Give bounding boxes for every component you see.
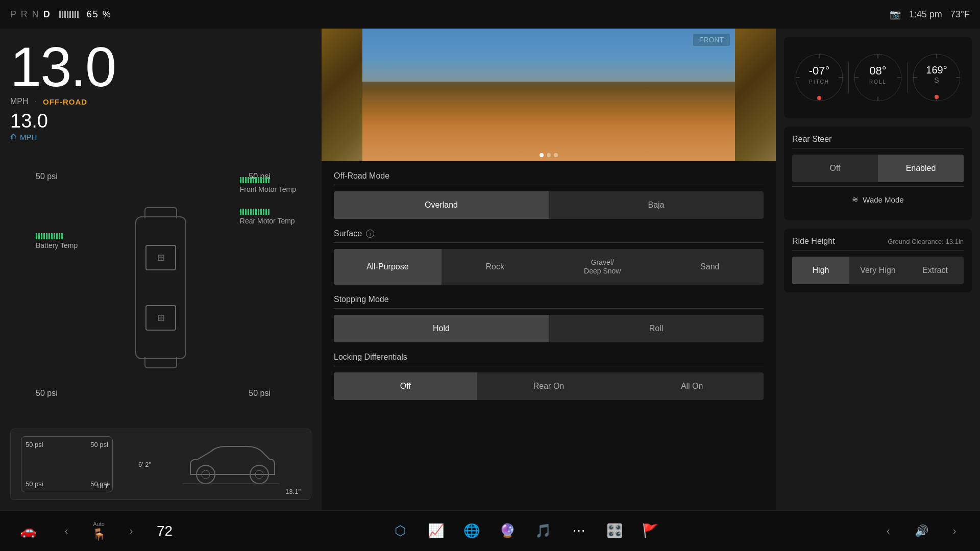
nav-forward-btn[interactable]: › — [121, 521, 141, 541]
top-status-bar: P R N D 65 % 📷 1:45 pm 73°F — [0, 0, 980, 29]
volume-forward-btn[interactable]: › — [944, 521, 965, 541]
surface-allpurpose-btn[interactable]: All-Purpose — [334, 249, 442, 285]
ride-high-btn[interactable]: High — [792, 257, 849, 284]
ride-veryhigh-btn[interactable]: Very High — [849, 257, 906, 284]
vehicle-top-view: 50 psi 50 psi 50 psi 50 psi 13.1" — [21, 436, 113, 492]
bluetooth-btn[interactable]: ⬡ — [387, 518, 413, 544]
diff-allon-btn[interactable]: All On — [620, 372, 764, 400]
surface-info-icon[interactable]: i — [366, 230, 374, 238]
bottom-navigation: 🚗 ‹ Auto 🪑 › 72 ⬡ 📈 🌐 🔮 🎵 ⋯ 🎛️ 🚩 ‹ 🔊 › — [0, 510, 980, 551]
tire-rear-right-psi: 50 psi — [249, 389, 271, 398]
nav-left-section: 🚗 ‹ Auto 🪑 › 72 — [15, 518, 173, 544]
svg-text:169°: 169° — [926, 64, 947, 76]
surface-section: Surface i All-Purpose Rock Gravel/Deep S… — [334, 229, 764, 285]
svg-point-10 — [817, 96, 821, 100]
camera-btn[interactable]: 🔮 — [495, 518, 520, 544]
svg-point-25 — [935, 95, 939, 99]
speed-value: 13.0 — [10, 39, 311, 95]
locking-diff-section: Locking Differentials Off Rear On All On — [334, 353, 764, 400]
cam-dot-3 — [554, 153, 558, 157]
stopping-mode-title: Stopping Mode — [334, 295, 764, 309]
attitude-display: -07° PITCH 08° ROLL — [784, 37, 972, 118]
svg-text:-07°: -07° — [809, 64, 830, 77]
gear-battery-display: P R N D 65 % — [10, 9, 112, 20]
camera-view: FRONT — [322, 29, 776, 161]
wade-mode-icon: ≋ — [852, 195, 859, 204]
offroad-baja-btn[interactable]: Baja — [549, 191, 764, 219]
svg-text:08°: 08° — [869, 64, 886, 77]
roll-display: 08° ROLL — [852, 52, 903, 103]
vehicle-center-diagram: ⊞ ⊞ — [135, 216, 186, 359]
home-nav-btn[interactable]: 🚗 — [15, 518, 41, 544]
rear-steer-section: Rear Steer Off Enabled ≋ Wade Mode — [784, 127, 972, 220]
ride-height-title: Ride Height — [792, 237, 835, 246]
tire-front-left-psi: 50 psi — [36, 172, 58, 181]
offroad-mode-title: Off-Road Mode — [334, 171, 764, 185]
cam-dot-2 — [547, 153, 551, 157]
surface-rock-btn[interactable]: Rock — [442, 249, 549, 285]
drive-mode-badge: OFF-ROAD — [43, 97, 87, 106]
ride-height-header: Ride Height Ground Clearance: 13.1in — [792, 237, 964, 251]
climate-temp-display: 72 — [157, 523, 173, 539]
locking-diff-title: Locking Differentials — [334, 353, 764, 366]
surface-sand-btn[interactable]: Sand — [656, 249, 764, 285]
nav-right-section: ‹ 🔊 › — [878, 518, 965, 544]
camera-front-view: FRONT — [362, 29, 735, 161]
pitch-display: -07° PITCH — [794, 52, 845, 103]
diff-rearon-btn[interactable]: Rear On — [477, 372, 621, 400]
cam-dot-1 — [540, 153, 544, 157]
front-motor-temp: Front Motor Temp — [240, 177, 296, 193]
tire-fl-bottom: 50 psi — [26, 441, 43, 448]
divider-1 — [848, 62, 849, 93]
surface-gravel-btn[interactable]: Gravel/Deep Snow — [549, 249, 656, 285]
browser-btn[interactable]: 🌐 — [459, 518, 484, 544]
offroad-overland-btn[interactable]: Overland — [334, 191, 549, 219]
gear-display: P R N D — [10, 9, 51, 20]
spotify-btn[interactable]: 🎵 — [530, 518, 556, 544]
volume-icon[interactable]: 🔊 — [909, 518, 934, 544]
rear-steer-off-btn[interactable]: Off — [792, 155, 878, 182]
controls-btn[interactable]: 🎛️ — [602, 518, 627, 544]
diff-off-btn[interactable]: Off — [334, 372, 477, 400]
location-btn[interactable]: 🚩 — [638, 518, 663, 544]
stopping-roll-btn[interactable]: Roll — [549, 315, 764, 342]
battery-bars — [59, 11, 79, 18]
ride-extract-btn[interactable]: Extract — [906, 257, 964, 284]
battery-percentage: 65 % — [87, 9, 112, 20]
volume-back-btn[interactable]: ‹ — [878, 521, 898, 541]
speed-display: 13.0 MPH · OFF-ROAD 13.0 ⟰ MPH — [10, 39, 311, 141]
rear-steer-options: Off Enabled — [792, 155, 964, 182]
camera-left-view — [322, 29, 362, 161]
speed-unit: MPH — [10, 97, 29, 106]
offroad-mode-section: Off-Road Mode Overland Baja — [334, 171, 764, 219]
more-btn[interactable]: ⋯ — [566, 518, 592, 544]
camera-right-view — [735, 29, 776, 161]
center-panel: FRONT Off-Road Mode Over — [322, 29, 776, 510]
main-content: 13.0 MPH · OFF-ROAD 13.0 ⟰ MPH 50 psi 50… — [0, 29, 980, 510]
wade-mode-btn[interactable]: ≋ Wade Mode — [792, 186, 964, 212]
nav-back-btn[interactable]: ‹ — [56, 521, 77, 541]
nav-arrow-icon: ⟰ — [10, 132, 17, 141]
height-indicator: 6' 2" — [138, 461, 151, 468]
time-temp-display: 📷 1:45 pm 73°F — [890, 9, 970, 20]
stopping-mode-options: Hold Roll — [334, 315, 764, 342]
controls-area: Off-Road Mode Overland Baja Surface i Al… — [322, 161, 776, 510]
stopping-mode-section: Stopping Mode Hold Roll — [334, 295, 764, 342]
rear-steer-enabled-btn[interactable]: Enabled — [878, 155, 964, 182]
front-motor-icon: ⊞ — [145, 245, 176, 270]
climate-auto-label-wrapper: Auto 🪑 — [92, 521, 106, 541]
stopping-hold-btn[interactable]: Hold — [334, 315, 549, 342]
surface-title: Surface i — [334, 229, 764, 243]
rear-motor-temp: Rear Motor Temp — [240, 209, 296, 225]
svg-point-13 — [854, 54, 901, 101]
energy-btn[interactable]: 📈 — [423, 518, 449, 544]
auto-label: Auto — [92, 521, 106, 527]
vehicle-diagram: 50 psi 50 psi 50 psi 50 psi Battery Temp… — [10, 152, 311, 423]
compass-gauge-svg: 169° S — [911, 52, 962, 103]
svg-point-5 — [796, 54, 843, 101]
compass-display: 169° S — [911, 52, 962, 103]
tire-rl-bottom: 50 psi — [26, 480, 43, 488]
divider-2 — [907, 62, 908, 93]
vehicle-body-outline: ⊞ ⊞ — [135, 216, 186, 359]
clearance-label: 13.1" — [285, 488, 301, 495]
